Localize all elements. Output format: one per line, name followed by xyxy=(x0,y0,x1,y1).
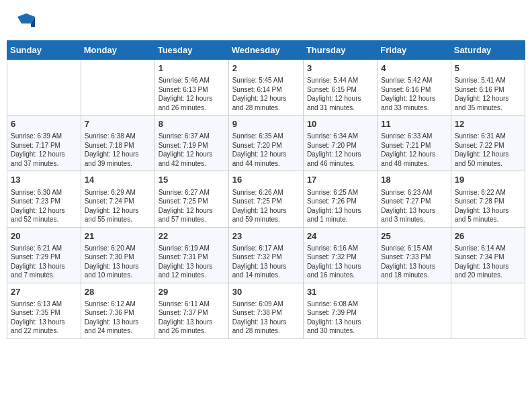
calendar-cell: 13Sunrise: 6:30 AM Sunset: 7:23 PM Dayli… xyxy=(7,171,81,227)
calendar-week-row: 1Sunrise: 5:46 AM Sunset: 6:13 PM Daylig… xyxy=(7,60,525,116)
day-info: Sunrise: 6:29 AM Sunset: 7:24 PM Dayligh… xyxy=(85,188,151,224)
day-of-week-header: Sunday xyxy=(7,41,81,60)
day-of-week-header: Thursday xyxy=(303,41,377,60)
day-number: 6 xyxy=(11,118,77,130)
calendar-cell: 18Sunrise: 6:23 AM Sunset: 7:27 PM Dayli… xyxy=(378,171,451,227)
day-number: 21 xyxy=(85,230,151,242)
day-info: Sunrise: 5:46 AM Sunset: 6:13 PM Dayligh… xyxy=(159,76,225,112)
calendar-week-row: 6Sunrise: 6:39 AM Sunset: 7:17 PM Daylig… xyxy=(7,116,525,171)
calendar-cell: 17Sunrise: 6:25 AM Sunset: 7:26 PM Dayli… xyxy=(303,171,377,227)
day-info: Sunrise: 6:19 AM Sunset: 7:31 PM Dayligh… xyxy=(159,244,225,280)
calendar-cell xyxy=(7,60,81,116)
day-number: 5 xyxy=(455,62,521,75)
calendar-week-row: 20Sunrise: 6:21 AM Sunset: 7:29 PM Dayli… xyxy=(7,227,525,283)
day-number: 15 xyxy=(159,174,225,186)
day-number: 8 xyxy=(159,118,225,130)
day-number: 27 xyxy=(11,286,77,298)
day-number: 7 xyxy=(85,118,151,130)
day-number: 24 xyxy=(307,230,373,242)
day-number: 13 xyxy=(11,174,77,186)
calendar-body: 1Sunrise: 5:46 AM Sunset: 6:13 PM Daylig… xyxy=(7,60,525,339)
calendar-week-row: 13Sunrise: 6:30 AM Sunset: 7:23 PM Dayli… xyxy=(7,171,525,227)
day-info: Sunrise: 5:42 AM Sunset: 6:16 PM Dayligh… xyxy=(381,76,447,112)
day-info: Sunrise: 6:23 AM Sunset: 7:27 PM Dayligh… xyxy=(381,188,447,224)
day-info: Sunrise: 6:12 AM Sunset: 7:36 PM Dayligh… xyxy=(85,300,151,336)
day-info: Sunrise: 6:33 AM Sunset: 7:21 PM Dayligh… xyxy=(381,132,447,168)
day-info: Sunrise: 6:13 AM Sunset: 7:35 PM Dayligh… xyxy=(11,300,77,336)
calendar-cell: 5Sunrise: 5:41 AM Sunset: 6:16 PM Daylig… xyxy=(451,60,525,116)
day-number: 30 xyxy=(232,286,300,298)
day-number: 26 xyxy=(455,230,521,242)
day-info: Sunrise: 5:45 AM Sunset: 6:14 PM Dayligh… xyxy=(232,76,300,112)
calendar-week-row: 27Sunrise: 6:13 AM Sunset: 7:35 PM Dayli… xyxy=(7,283,525,338)
day-number: 20 xyxy=(11,230,77,242)
calendar-cell: 14Sunrise: 6:29 AM Sunset: 7:24 PM Dayli… xyxy=(81,171,154,227)
day-number: 16 xyxy=(232,174,300,186)
day-info: Sunrise: 6:22 AM Sunset: 7:28 PM Dayligh… xyxy=(455,188,521,224)
calendar-cell: 29Sunrise: 6:11 AM Sunset: 7:37 PM Dayli… xyxy=(154,283,228,338)
day-info: Sunrise: 5:44 AM Sunset: 6:15 PM Dayligh… xyxy=(307,76,373,112)
header xyxy=(7,7,525,34)
day-number: 3 xyxy=(307,62,373,75)
calendar-table: SundayMondayTuesdayWednesdayThursdayFrid… xyxy=(7,40,525,339)
day-number: 10 xyxy=(307,118,373,130)
day-of-week-header: Tuesday xyxy=(154,41,228,60)
calendar-cell: 10Sunrise: 6:34 AM Sunset: 7:20 PM Dayli… xyxy=(303,116,377,171)
calendar-cell: 21Sunrise: 6:20 AM Sunset: 7:30 PM Dayli… xyxy=(81,227,154,283)
day-number: 1 xyxy=(159,62,225,75)
day-number: 9 xyxy=(232,118,300,130)
calendar-cell xyxy=(81,60,154,116)
calendar-cell: 12Sunrise: 6:31 AM Sunset: 7:22 PM Dayli… xyxy=(451,116,525,171)
day-info: Sunrise: 6:37 AM Sunset: 7:19 PM Dayligh… xyxy=(159,132,225,168)
calendar-cell: 1Sunrise: 5:46 AM Sunset: 6:13 PM Daylig… xyxy=(154,60,228,116)
calendar-cell: 2Sunrise: 5:45 AM Sunset: 6:14 PM Daylig… xyxy=(228,60,303,116)
day-info: Sunrise: 6:09 AM Sunset: 7:38 PM Dayligh… xyxy=(232,300,300,336)
day-info: Sunrise: 6:14 AM Sunset: 7:34 PM Dayligh… xyxy=(455,244,521,280)
day-info: Sunrise: 6:39 AM Sunset: 7:17 PM Dayligh… xyxy=(11,132,77,168)
day-number: 14 xyxy=(85,174,151,186)
day-number: 12 xyxy=(455,118,521,130)
day-number: 19 xyxy=(455,174,521,186)
logo-icon xyxy=(16,10,36,30)
day-info: Sunrise: 6:31 AM Sunset: 7:22 PM Dayligh… xyxy=(455,132,521,168)
logo xyxy=(13,10,36,30)
day-info: Sunrise: 6:30 AM Sunset: 7:23 PM Dayligh… xyxy=(11,188,77,224)
calendar-cell: 26Sunrise: 6:14 AM Sunset: 7:34 PM Dayli… xyxy=(451,227,525,283)
calendar-cell xyxy=(378,283,451,338)
calendar-header-row: SundayMondayTuesdayWednesdayThursdayFrid… xyxy=(7,41,525,60)
day-info: Sunrise: 6:08 AM Sunset: 7:39 PM Dayligh… xyxy=(307,300,373,336)
calendar-cell: 28Sunrise: 6:12 AM Sunset: 7:36 PM Dayli… xyxy=(81,283,154,338)
day-number: 23 xyxy=(232,230,300,242)
calendar-cell: 19Sunrise: 6:22 AM Sunset: 7:28 PM Dayli… xyxy=(451,171,525,227)
calendar-cell: 20Sunrise: 6:21 AM Sunset: 7:29 PM Dayli… xyxy=(7,227,81,283)
day-number: 29 xyxy=(159,286,225,298)
day-info: Sunrise: 6:26 AM Sunset: 7:25 PM Dayligh… xyxy=(232,188,300,224)
day-of-week-header: Saturday xyxy=(451,41,525,60)
calendar-cell: 9Sunrise: 6:35 AM Sunset: 7:20 PM Daylig… xyxy=(228,116,303,171)
calendar-cell: 4Sunrise: 5:42 AM Sunset: 6:16 PM Daylig… xyxy=(378,60,451,116)
day-info: Sunrise: 6:15 AM Sunset: 7:33 PM Dayligh… xyxy=(381,244,447,280)
day-info: Sunrise: 6:11 AM Sunset: 7:37 PM Dayligh… xyxy=(159,300,225,336)
day-info: Sunrise: 5:41 AM Sunset: 6:16 PM Dayligh… xyxy=(455,76,521,112)
day-number: 17 xyxy=(307,174,373,186)
day-number: 4 xyxy=(381,62,447,75)
day-of-week-header: Wednesday xyxy=(228,41,303,60)
day-number: 11 xyxy=(381,118,447,130)
calendar-cell: 8Sunrise: 6:37 AM Sunset: 7:19 PM Daylig… xyxy=(154,116,228,171)
day-info: Sunrise: 6:35 AM Sunset: 7:20 PM Dayligh… xyxy=(232,132,300,168)
day-info: Sunrise: 6:27 AM Sunset: 7:25 PM Dayligh… xyxy=(159,188,225,224)
calendar-cell: 25Sunrise: 6:15 AM Sunset: 7:33 PM Dayli… xyxy=(378,227,451,283)
calendar-cell: 6Sunrise: 6:39 AM Sunset: 7:17 PM Daylig… xyxy=(7,116,81,171)
calendar-cell: 23Sunrise: 6:17 AM Sunset: 7:32 PM Dayli… xyxy=(228,227,303,283)
day-info: Sunrise: 6:21 AM Sunset: 7:29 PM Dayligh… xyxy=(11,244,77,280)
calendar-cell: 30Sunrise: 6:09 AM Sunset: 7:38 PM Dayli… xyxy=(228,283,303,338)
calendar-cell xyxy=(451,283,525,338)
calendar-cell: 27Sunrise: 6:13 AM Sunset: 7:35 PM Dayli… xyxy=(7,283,81,338)
day-info: Sunrise: 6:20 AM Sunset: 7:30 PM Dayligh… xyxy=(85,244,151,280)
calendar-cell: 15Sunrise: 6:27 AM Sunset: 7:25 PM Dayli… xyxy=(154,171,228,227)
calendar-cell: 7Sunrise: 6:38 AM Sunset: 7:18 PM Daylig… xyxy=(81,116,154,171)
calendar-cell: 16Sunrise: 6:26 AM Sunset: 7:25 PM Dayli… xyxy=(228,171,303,227)
day-number: 25 xyxy=(381,230,447,242)
calendar-cell: 31Sunrise: 6:08 AM Sunset: 7:39 PM Dayli… xyxy=(303,283,377,338)
day-number: 31 xyxy=(307,286,373,298)
